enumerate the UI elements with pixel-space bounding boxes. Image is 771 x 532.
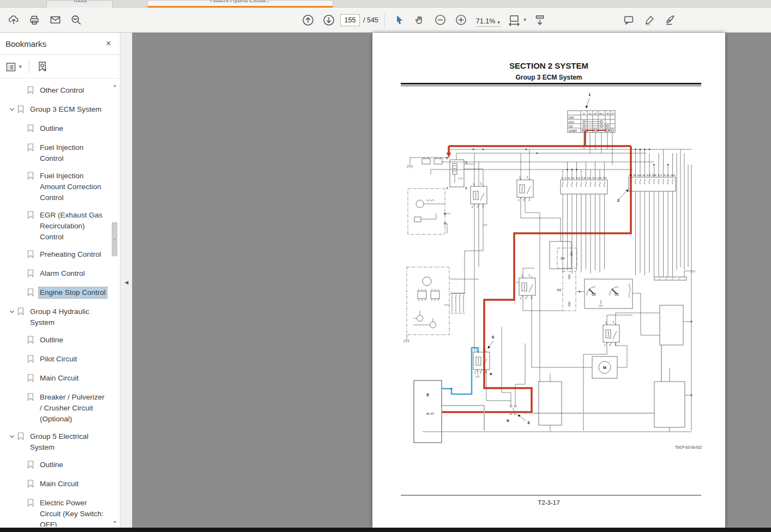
bookmark-item[interactable]: Fuel Injection Control	[0, 142, 110, 164]
svg-text:1 2 3 11 12 13 14 15 16 17: 1 2 3 11 12 13 14 15 16 17	[561, 177, 607, 179]
bookmark-item[interactable]: Engine Stop Control	[0, 287, 110, 300]
page-total-label: / 545	[363, 16, 378, 24]
chevron-down-icon[interactable]	[7, 434, 17, 439]
zoom-level-dropdown[interactable]: 71.1% ▾	[475, 14, 501, 27]
fit-width-button[interactable]: ▾	[504, 10, 529, 30]
svg-text:B: B	[583, 112, 585, 115]
share-upload-button[interactable]	[3, 10, 24, 30]
bookmark-label: Outline	[40, 123, 63, 134]
bookmark-icon	[27, 499, 35, 510]
pdf-page[interactable]: SECTION 2 SYSTEM Group 3 ECM System	[372, 33, 725, 528]
fuse-box-left: 1 2 3 11 12 13 14 15 16 17	[561, 177, 607, 195]
scrollbar-thumb[interactable]: ≡	[112, 222, 117, 256]
highlight-button[interactable]	[639, 10, 660, 30]
bookmark-item[interactable]: Group 3 ECM System	[0, 104, 110, 117]
comment-bubble-icon	[623, 14, 635, 26]
svg-text:A: A	[446, 186, 448, 190]
svg-text:2 5 4: 2 5 4	[520, 297, 532, 300]
bookmark-label: Engine Stop Control	[39, 287, 107, 298]
svg-text:2 5 4: 2 5 4	[474, 371, 486, 374]
search-button[interactable]	[65, 10, 86, 30]
svg-text:S: S	[465, 161, 467, 164]
svg-text:b: b	[507, 418, 509, 423]
page-number-input[interactable]: 155	[340, 14, 360, 26]
tab-document[interactable]: Hitachi Hybrid Excav...	[147, 0, 333, 8]
bookmark-item[interactable]: Main Circuit	[0, 479, 110, 491]
svg-text:ACC: ACC	[569, 121, 575, 124]
bookmark-icon	[27, 355, 35, 366]
svg-text:1 3: 1 3	[475, 348, 484, 351]
cursor-icon	[394, 15, 405, 26]
page-title: SECTION 2 SYSTEM	[372, 61, 725, 70]
chevron-down-icon: ▾	[524, 17, 527, 22]
bookmark-item[interactable]: Breaker / Pulverizer / Crusher Circuit (…	[0, 392, 110, 425]
svg-text:ACC: ACC	[599, 112, 604, 115]
search-icon	[70, 14, 82, 26]
collapse-panel-button[interactable]: ◀	[122, 274, 131, 291]
chevron-down-icon[interactable]	[7, 107, 17, 112]
plus-circle-icon	[455, 14, 467, 26]
page-scrolling-button[interactable]	[529, 10, 550, 30]
hand-tool-button[interactable]	[409, 10, 430, 30]
comment-button[interactable]	[618, 10, 639, 30]
select-tool-button[interactable]	[389, 10, 409, 30]
bookmark-item[interactable]: Preheating Control	[0, 249, 110, 262]
bookmarks-list: Other ControlGroup 3 ECM SystemOutlineFu…	[0, 81, 110, 527]
expand-current-bookmark-button[interactable]	[34, 59, 51, 75]
bookmark-item[interactable]: Alarm Control	[0, 268, 110, 281]
highlighted-power-path	[442, 130, 631, 412]
motor-m: M	[592, 356, 617, 378]
scroll-down-arrow[interactable]: ▼	[111, 518, 118, 525]
bookmark-label: Electric Power Circuit (Key Switch: OFF)	[40, 498, 108, 527]
bookmark-icon	[27, 269, 35, 281]
bookmark-label: Breaker / Pulverizer / Crusher Circuit (…	[40, 392, 108, 425]
sidebar-scrollbar[interactable]: ▲ ≡ ▼	[111, 81, 118, 527]
svg-text:2 5 4: 2 5 4	[472, 205, 484, 208]
battery	[407, 158, 450, 168]
sign-button[interactable]	[660, 10, 680, 30]
bookmark-item[interactable]: Outline	[0, 335, 110, 347]
zoom-in-button[interactable]	[451, 10, 472, 30]
bookmark-icon	[27, 211, 35, 222]
bookmark-item[interactable]: EGR (Exhaust Gas Recirculation) Control	[0, 210, 110, 243]
next-page-button[interactable]	[318, 10, 339, 30]
component-box-center-lower	[539, 382, 562, 425]
bookmarks-panel-title: Bookmarks	[5, 39, 103, 49]
bookmark-icon	[27, 250, 35, 262]
bookmarks-panel-header: Bookmarks ×	[0, 33, 120, 55]
bookmark-item[interactable]: Group 5 Electrical System	[0, 431, 110, 453]
page-up-icon	[302, 14, 315, 27]
bookmark-item[interactable]: Main Circuit	[0, 373, 110, 385]
chevron-down-icon[interactable]	[7, 309, 17, 315]
bookmark-options-button[interactable]: ▾	[3, 60, 25, 74]
window-bottom-edge	[0, 528, 771, 532]
bookmark-item[interactable]: Outline	[0, 460, 110, 472]
bookmark-item[interactable]: Pilot Circuit	[0, 354, 110, 366]
highlighted-signal-path	[442, 348, 478, 394]
bookmark-icon	[27, 172, 35, 183]
svg-text:2 5 4: 2 5 4	[518, 199, 530, 202]
svg-text:1: 1	[588, 92, 591, 97]
svg-text:G1: G1	[588, 112, 592, 115]
svg-text:B 9 10 4 19 18 17 5 6 20: B 9 10 4 19 18 17 5 6 20	[629, 174, 676, 177]
bookmark-item[interactable]: Fuel Injection Amount Correction Control	[0, 171, 110, 203]
wiring-diagram: B G1 G2 ACC M ST OFF ACC ON START 1	[398, 87, 703, 474]
fountain-pen-icon	[664, 14, 677, 26]
zoom-out-button[interactable]	[430, 10, 451, 30]
svg-text:M: M	[603, 366, 606, 370]
svg-text:D5: D5	[557, 288, 561, 292]
bookmark-item[interactable]: Other Control	[0, 85, 110, 98]
tab-tools[interactable]: Tools	[46, 0, 113, 8]
fuse-box-right: B 9 10 4 19 18 17 5 6 20 2	[617, 174, 676, 203]
close-panel-button[interactable]: ×	[103, 38, 115, 50]
bookmark-item[interactable]: Group 4 Hydraulic System	[0, 306, 110, 328]
blue-junction	[450, 388, 452, 389]
bookmarks-panel-toolbar: ▾	[0, 56, 120, 78]
bookmark-item[interactable]: Electric Power Circuit (Key Switch: OFF)	[0, 498, 110, 527]
bookmark-item[interactable]: Outline	[0, 123, 110, 136]
scroll-up-arrow[interactable]: ▲	[111, 82, 118, 89]
previous-page-button[interactable]	[298, 10, 318, 30]
relay-right: 1 3 2 5 4	[603, 321, 619, 347]
email-button[interactable]	[45, 10, 65, 30]
print-button[interactable]	[24, 10, 45, 30]
